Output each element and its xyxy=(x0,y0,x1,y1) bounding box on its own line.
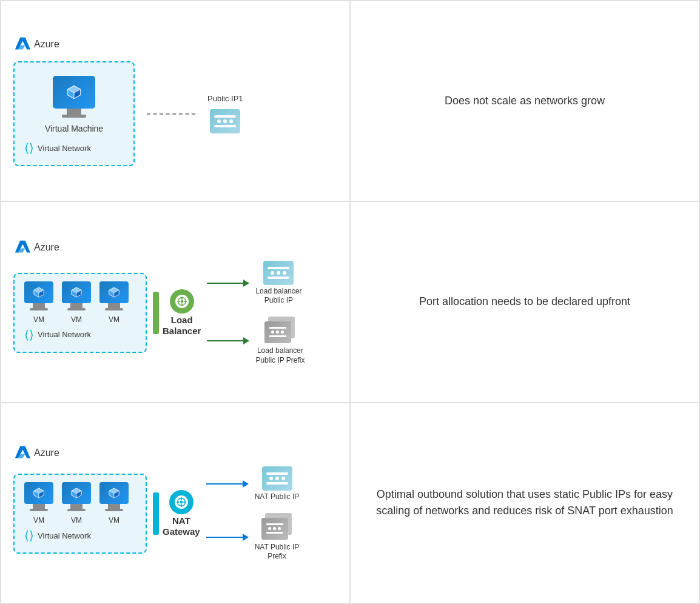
row2-cube1 xyxy=(33,286,45,298)
row3-monitor2 xyxy=(62,482,91,504)
row1-ip-bar2 xyxy=(214,125,236,127)
row3-ip-icon1 xyxy=(262,466,292,491)
row3-d2 xyxy=(275,477,279,480)
row2-arrow2 xyxy=(207,337,249,344)
row2-dots1 xyxy=(271,271,286,275)
row1-connection xyxy=(147,113,195,115)
row2-vms-row: VM xyxy=(24,281,136,324)
row2-description: Port allocation needs to be declared upf… xyxy=(419,294,630,310)
row1-vm-container: Virtual Machine xyxy=(24,70,124,137)
row2-arrow-row2: Load balancer Public IP Prefix xyxy=(207,317,305,365)
row1-dot3 xyxy=(229,119,233,123)
row2-bar2 xyxy=(268,277,289,279)
row3-vm3-label: VM xyxy=(109,516,119,525)
row3-arrow-row2: NAT Public IP Prefix xyxy=(206,513,300,562)
row3-diagram-cell: Azure xyxy=(1,403,350,603)
row3-content: VM xyxy=(13,466,337,562)
row2-cube2 xyxy=(70,286,82,298)
row2-azure-label: Azure xyxy=(34,242,59,253)
row3-arrow1 xyxy=(206,480,249,488)
row3-cube3 xyxy=(108,487,120,499)
row1-public-ip-group: Public IP1 xyxy=(207,94,243,133)
row3-azure-logo-icon xyxy=(13,445,30,461)
row2-base3 xyxy=(105,308,123,310)
row2-base2 xyxy=(67,308,86,310)
row2-arrows-targets: Load balancer Public IP xyxy=(207,261,305,365)
row2-d3 xyxy=(283,271,286,275)
row3-monitor3 xyxy=(99,482,129,504)
row3-description-cell: Optimal outbound solution that uses stat… xyxy=(350,403,699,603)
row3-d1 xyxy=(269,477,273,480)
row2-bar1 xyxy=(268,267,289,269)
row3-vnet-label: Virtual Network xyxy=(38,531,91,540)
row2-arrow-line2 xyxy=(207,340,243,341)
svg-point-21 xyxy=(180,300,183,303)
row1-public-ip-label: Public IP1 xyxy=(207,94,243,103)
row3-arrow-head2 xyxy=(243,534,249,541)
azure-logo-icon xyxy=(13,36,30,53)
row2-azure-logo-icon xyxy=(13,239,30,256)
row2-ip-icon1 xyxy=(263,261,294,285)
row2-vnet-label: Virtual Network xyxy=(38,330,91,339)
row3-target2: NAT Public IP Prefix xyxy=(255,513,300,562)
row2-lb-icon xyxy=(170,289,194,314)
row3-sf-bar2 xyxy=(266,532,283,534)
row2-arrow-head2 xyxy=(243,337,249,344)
row3-arrows-targets: NAT Public IP xyxy=(206,466,300,562)
row2-monitor3 xyxy=(99,281,129,303)
row2-sf-dots xyxy=(271,331,284,334)
row1-cube-icon xyxy=(66,84,82,100)
row2-diagram-cell: Azure xyxy=(1,201,350,402)
row2-arrow1 xyxy=(207,280,249,287)
row3-cube2 xyxy=(70,487,82,499)
row2-lb-name: Load Balancer xyxy=(163,315,201,337)
row3-vm1: VM xyxy=(24,482,53,525)
svg-point-41 xyxy=(180,501,183,504)
row3-nat-symbol xyxy=(177,497,186,507)
row3-target2-label: NAT Public IP Prefix xyxy=(255,543,300,562)
row3-vm2: VM xyxy=(62,482,91,525)
row3-nat-inner xyxy=(175,495,188,509)
row2-arrow-row1: Load balancer Public IP xyxy=(207,261,305,306)
row2-lb-symbol xyxy=(177,297,187,306)
row2-vm2: VM xyxy=(62,281,91,324)
row1-azure-header: Azure xyxy=(13,36,59,53)
row1-diagram-cell: Azure xyxy=(1,1,350,201)
row1-vm-icon: Virtual Machine xyxy=(45,76,103,133)
row2-lb-inner xyxy=(175,295,189,308)
row2-sf-bar2 xyxy=(269,335,286,337)
row3-arrow-line2 xyxy=(206,537,243,538)
row2-sfd3 xyxy=(281,331,284,334)
row2-vnet-label-row: ⟨⟩ Virtual Network xyxy=(24,327,136,342)
row1-diagram: Azure xyxy=(13,36,337,166)
row1-ip-bar1 xyxy=(214,115,236,118)
row3-vnet-box: VM xyxy=(13,474,147,554)
row2-arrow-line1 xyxy=(207,283,243,284)
row1-azure-label: Azure xyxy=(34,39,59,50)
row3-arrow-head1 xyxy=(243,480,249,488)
row2-vm1-label: VM xyxy=(33,315,44,324)
row1-vnet-icon: ⟨⟩ xyxy=(24,141,34,155)
row3-arrow-row1: NAT Public IP xyxy=(206,466,300,502)
row2-sf-bar1 xyxy=(269,327,286,329)
row3-vm1-label: VM xyxy=(33,516,44,525)
row3-vm3: VM xyxy=(99,482,129,525)
row1-monitor-stand xyxy=(67,109,81,115)
row3-target1-label: NAT Public IP xyxy=(255,492,300,502)
row2-vnet-box: VM xyxy=(13,273,147,353)
row3-blue-bar xyxy=(153,492,159,535)
row3-arrow-line1 xyxy=(206,483,243,485)
row1-description: Does not scale as networks grow xyxy=(445,93,605,109)
row1-vnet-box: Virtual Machine ⟨⟩ Virtual Network xyxy=(13,61,135,166)
row2-d2 xyxy=(277,271,280,275)
row2-azure-header: Azure xyxy=(13,239,59,256)
row1-dot2 xyxy=(223,119,227,123)
row2-multi-server xyxy=(264,317,296,344)
row3-azure-label: Azure xyxy=(34,448,59,458)
row2-sfd1 xyxy=(271,331,274,334)
row1-ip-icon xyxy=(210,109,240,133)
row2-target1-label: Load balancer Public IP xyxy=(255,287,301,306)
row3-bar1 xyxy=(266,472,288,475)
row1-description-cell: Does not scale as networks grow xyxy=(350,1,699,201)
row3-monitor1 xyxy=(24,482,53,504)
